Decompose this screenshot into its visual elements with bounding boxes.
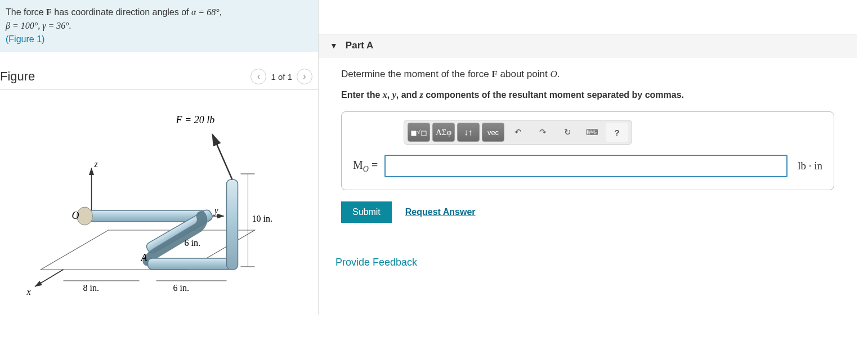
provide-feedback-link[interactable]: Provide Feedback (335, 257, 417, 268)
axis-z-label: z (94, 159, 99, 169)
force-symbol: F (46, 7, 52, 17)
beta-gamma: β = 100°, γ = 36°. (6, 21, 71, 30)
point-a-label: A (141, 252, 148, 263)
answer-box: √ ΑΣφ ↓↑ vec ↶ ↷ ↻ ⌨ ? MO = lb · in (341, 111, 834, 190)
tool-templates[interactable]: √ (408, 123, 430, 142)
tool-vec[interactable]: vec (482, 123, 504, 142)
svg-point-8 (77, 207, 93, 225)
tool-redo[interactable]: ↷ (531, 123, 554, 142)
instruction-text: Enter the x, y, and z components of the … (341, 90, 834, 100)
point-o-label: O (72, 210, 79, 221)
prompt-text: Determine the moment of the force F abou… (341, 69, 834, 80)
dim-8in: 8 in. (83, 283, 99, 293)
tool-help[interactable]: ? (606, 123, 628, 142)
figure-title: Figure (0, 69, 35, 84)
math-toolbar: √ ΑΣφ ↓↑ vec ↶ ↷ ↻ ⌨ ? (404, 120, 632, 145)
request-answer-link[interactable]: Request Answer (405, 207, 476, 217)
tool-undo[interactable]: ↶ (507, 123, 529, 142)
figure-header: Figure ‹ 1 of 1 › (0, 69, 318, 89)
caret-icon: ▼ (330, 41, 338, 50)
alpha-eq: α = 68° (191, 7, 220, 17)
axis-y-label: y (213, 205, 219, 216)
fig-prev-button[interactable]: ‹ (250, 69, 266, 84)
tool-keyboard[interactable]: ⌨ (581, 123, 603, 142)
dim-6in-a: 6 in. (185, 238, 200, 248)
svg-rect-6 (227, 180, 238, 270)
tool-reset[interactable]: ↻ (556, 123, 579, 142)
fig-next-button[interactable]: › (297, 69, 312, 84)
problem-statement: The force F has coordinate direction ang… (0, 0, 318, 52)
submit-button[interactable]: Submit (341, 201, 392, 223)
force-label: F = 20 lb (176, 114, 215, 125)
fig-nav-label: 1 of 1 (271, 72, 292, 82)
part-a-header[interactable]: ▼ Part A (319, 34, 857, 57)
svg-rect-14 (411, 131, 416, 136)
svg-rect-16 (422, 131, 426, 136)
svg-rect-5 (148, 258, 232, 270)
tool-subsup[interactable]: ↓↑ (457, 123, 480, 142)
figure-nav: ‹ 1 of 1 › (250, 69, 312, 84)
dim-6in-b: 6 in. (173, 283, 189, 293)
part-title: Part A (346, 40, 373, 51)
problem-line1-pre: The force (6, 7, 46, 17)
answer-input[interactable] (384, 155, 788, 177)
figure-diagram: z x y (0, 101, 318, 315)
problem-line1-mid: has coordinate direction angles of (52, 7, 191, 17)
figure-link[interactable]: (Figure 1) (6, 34, 44, 44)
dim-10in: 10 in. (252, 214, 272, 223)
svg-text:√: √ (417, 128, 421, 135)
svg-line-7 (213, 134, 232, 180)
axis-x-label: x (26, 287, 31, 297)
svg-line-1 (35, 270, 64, 286)
tool-greek[interactable]: ΑΣφ (432, 123, 455, 142)
answer-units: lb · in (798, 160, 822, 172)
answer-label: MO = (353, 159, 378, 174)
